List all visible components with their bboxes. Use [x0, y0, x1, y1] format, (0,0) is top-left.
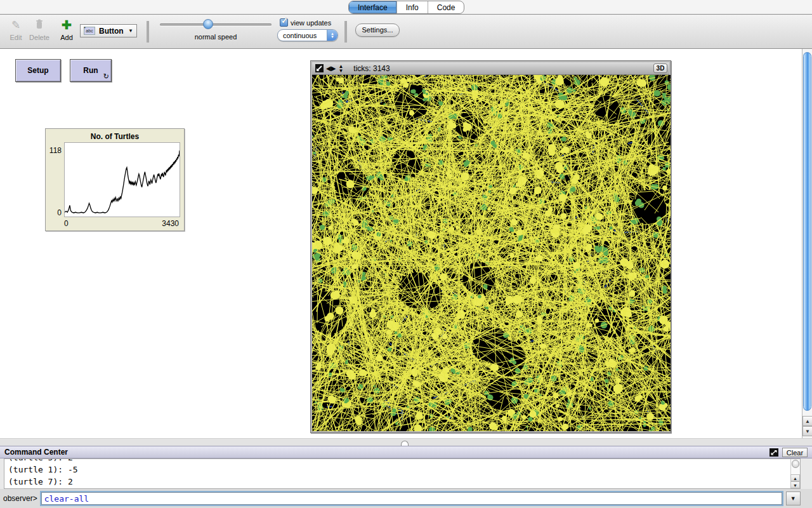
scroll-down-button[interactable]: ▼	[802, 426, 812, 436]
setup-button[interactable]: Setup	[15, 59, 61, 82]
ticks-counter: ticks: 3143	[353, 64, 390, 73]
output-scroll-down[interactable]: ▼	[790, 481, 800, 488]
plot-widget: No. of Turtles 118 0 0 3430	[45, 128, 185, 231]
run-button[interactable]: Run ↻	[70, 59, 112, 82]
tab-info[interactable]: Info	[397, 1, 428, 13]
clear-button[interactable]: Clear	[782, 448, 808, 457]
plot-xmax-label: 3430	[162, 219, 179, 228]
speed-slider-track[interactable]	[160, 23, 272, 26]
select-stepper-icon: ▲▼	[327, 29, 337, 41]
output-scroll-up[interactable]: ▲	[790, 474, 800, 481]
3d-button[interactable]: 3D	[653, 64, 667, 73]
plot-area	[64, 142, 180, 217]
world-canvas[interactable]	[312, 75, 671, 431]
plot-ymin-label: 0	[57, 208, 62, 217]
speed-slider-thumb[interactable]	[203, 19, 213, 29]
command-input[interactable]: clear-all	[40, 491, 783, 506]
scrollbar-thumb[interactable]	[803, 52, 811, 411]
widget-type-dropdown[interactable]: abc Button ▼	[80, 24, 137, 37]
watch-icon[interactable]	[315, 64, 324, 72]
interface-canvas: Setup Run ↻ No. of Turtles 118 0 0 3430 …	[0, 49, 802, 438]
trash-icon	[29, 18, 50, 32]
main-vertical-scrollbar[interactable]: ▲ ▼	[802, 49, 812, 438]
toolbar: ✎ Edit Delete ✚ Add abc Button ▼ normal …	[0, 14, 812, 49]
add-button[interactable]: ✚ Add	[56, 18, 77, 41]
splitter-handle[interactable]	[401, 441, 409, 446]
horizontal-arrows-icon[interactable]: ◀▶	[326, 65, 336, 72]
settings-button[interactable]: Settings...	[355, 23, 400, 37]
chevron-down-icon: ▼	[128, 28, 133, 34]
button-widget-icon: abc	[84, 27, 95, 35]
command-center-header: Command Center Clear	[0, 446, 812, 458]
plot-ymax-label: 118	[49, 146, 62, 155]
forever-icon: ↻	[103, 72, 109, 81]
toolbar-separator	[147, 21, 149, 43]
command-center-title: Command Center	[4, 448, 769, 457]
output-lines: (turtle 5): 2 (turtle 1): -5 (turtle 7):…	[8, 458, 78, 488]
plus-icon: ✚	[56, 18, 77, 32]
view-updates-checkbox[interactable]: view updates	[280, 18, 331, 27]
history-dropdown-button[interactable]: ▼	[786, 491, 801, 505]
tab-group: Interface Info Code	[348, 1, 464, 14]
output-scrollbar[interactable]: ▲ ▼	[790, 459, 800, 488]
pencil-icon: ✎	[5, 18, 27, 32]
speed-slider-label: normal speed	[160, 33, 272, 41]
scroll-up-button[interactable]: ▲	[802, 416, 812, 426]
output-scrollbar-thumb[interactable]	[792, 460, 799, 468]
delete-button[interactable]: Delete	[29, 18, 50, 41]
view-header: ◀▶ ▲▼ ticks: 3143 3D	[312, 62, 669, 75]
update-mode-select[interactable]: continuous ▲▼	[277, 29, 338, 41]
tab-interface[interactable]: Interface	[349, 1, 397, 13]
splitter[interactable]	[0, 438, 812, 446]
plot-xmin-label: 0	[64, 219, 69, 228]
expand-icon[interactable]	[769, 448, 778, 457]
plot-title: No. of Turtles	[46, 132, 184, 141]
toolbar-separator	[344, 21, 347, 43]
command-center-input-row: observer> clear-all ▼	[0, 489, 812, 508]
command-center-output[interactable]: (turtle 5): 2 (turtle 1): -5 (turtle 7):…	[4, 458, 801, 489]
edit-button[interactable]: ✎ Edit	[5, 18, 27, 41]
world-view-widget: ◀▶ ▲▼ ticks: 3143 3D	[310, 60, 671, 433]
tab-strip: Interface Info Code	[0, 0, 812, 14]
vertical-arrows-icon[interactable]: ▲▼	[338, 64, 343, 73]
observer-prompt: observer>	[0, 494, 40, 503]
checkbox-checked-icon[interactable]	[280, 18, 288, 27]
tab-code[interactable]: Code	[428, 1, 464, 13]
